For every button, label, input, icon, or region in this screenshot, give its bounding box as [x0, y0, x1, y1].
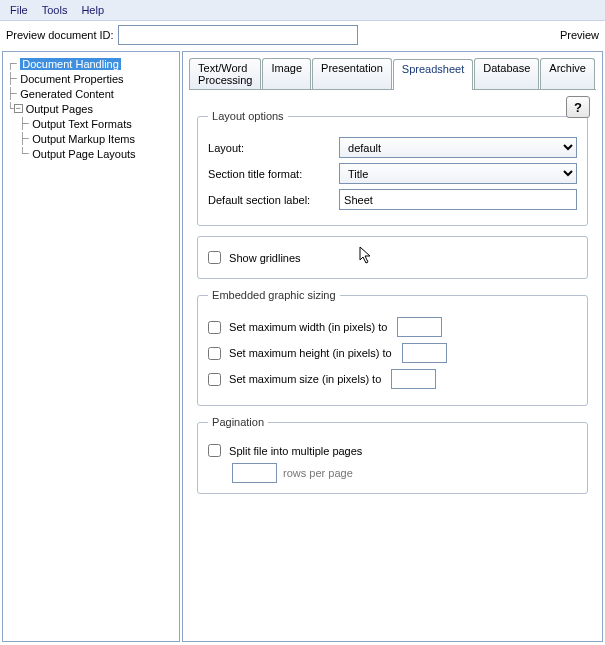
- preview-id-label: Preview document ID:: [6, 29, 114, 41]
- tab-archive[interactable]: Archive: [540, 58, 595, 89]
- section-title-select[interactable]: Title: [339, 163, 577, 184]
- tree-generated-content[interactable]: ├╴Generated Content: [5, 86, 177, 101]
- menu-tools[interactable]: Tools: [36, 2, 74, 18]
- max-size-label: Set maximum size (in pixels) to: [229, 373, 381, 385]
- rows-per-page-suffix: rows per page: [283, 467, 353, 479]
- tree-document-properties[interactable]: ├╴Document Properties: [5, 71, 177, 86]
- layout-select[interactable]: default: [339, 137, 577, 158]
- tree-output-pages[interactable]: └−Output Pages: [5, 101, 177, 116]
- default-section-label: Default section label:: [208, 194, 333, 206]
- tree-output-markup-items[interactable]: ├╴Output Markup Items: [5, 131, 177, 146]
- max-height-checkbox[interactable]: [208, 347, 221, 360]
- max-width-input[interactable]: [397, 317, 442, 337]
- nav-tree: ┌╴Document Handling ├╴Document Propertie…: [2, 51, 180, 642]
- help-button[interactable]: ?: [566, 96, 590, 118]
- tab-bar: Text/Word Processing Image Presentation …: [189, 58, 596, 90]
- max-size-checkbox[interactable]: [208, 373, 221, 386]
- default-section-input[interactable]: [339, 189, 577, 210]
- layout-label: Layout:: [208, 142, 333, 154]
- tree-document-handling[interactable]: ┌╴Document Handling: [5, 56, 177, 71]
- preview-bar: Preview document ID: Preview: [0, 21, 605, 49]
- layout-options-legend: Layout options: [208, 110, 288, 122]
- pagination-group: Pagination Split file into multiple page…: [197, 416, 588, 494]
- tab-image[interactable]: Image: [262, 58, 311, 89]
- rows-per-page-input[interactable]: [232, 463, 277, 483]
- layout-options-group: Layout options Layout: default Section t…: [197, 110, 588, 226]
- tree-output-text-formats[interactable]: ├╴Output Text Formats: [5, 116, 177, 131]
- menu-bar: File Tools Help: [0, 0, 605, 21]
- gridlines-group: Show gridlines: [197, 236, 588, 279]
- split-file-label: Split file into multiple pages: [229, 445, 362, 457]
- collapse-icon[interactable]: −: [14, 104, 23, 113]
- tab-database[interactable]: Database: [474, 58, 539, 89]
- show-gridlines-checkbox[interactable]: [208, 251, 221, 264]
- preview-id-input[interactable]: [118, 25, 358, 45]
- max-width-checkbox[interactable]: [208, 321, 221, 334]
- max-height-input[interactable]: [402, 343, 447, 363]
- section-title-label: Section title format:: [208, 168, 333, 180]
- tab-presentation[interactable]: Presentation: [312, 58, 392, 89]
- preview-button[interactable]: Preview: [560, 29, 599, 41]
- graphic-sizing-legend: Embedded graphic sizing: [208, 289, 340, 301]
- max-size-input[interactable]: [391, 369, 436, 389]
- max-height-label: Set maximum height (in pixels) to: [229, 347, 392, 359]
- graphic-sizing-group: Embedded graphic sizing Set maximum widt…: [197, 289, 588, 406]
- tab-text-word[interactable]: Text/Word Processing: [189, 58, 261, 89]
- menu-help[interactable]: Help: [75, 2, 110, 18]
- split-file-checkbox[interactable]: [208, 444, 221, 457]
- show-gridlines-label: Show gridlines: [229, 252, 301, 264]
- menu-file[interactable]: File: [4, 2, 34, 18]
- content-panel: Text/Word Processing Image Presentation …: [182, 51, 603, 642]
- max-width-label: Set maximum width (in pixels) to: [229, 321, 387, 333]
- tab-spreadsheet[interactable]: Spreadsheet: [393, 59, 473, 90]
- tree-output-page-layouts[interactable]: └╴Output Page Layouts: [5, 146, 177, 161]
- pagination-legend: Pagination: [208, 416, 268, 428]
